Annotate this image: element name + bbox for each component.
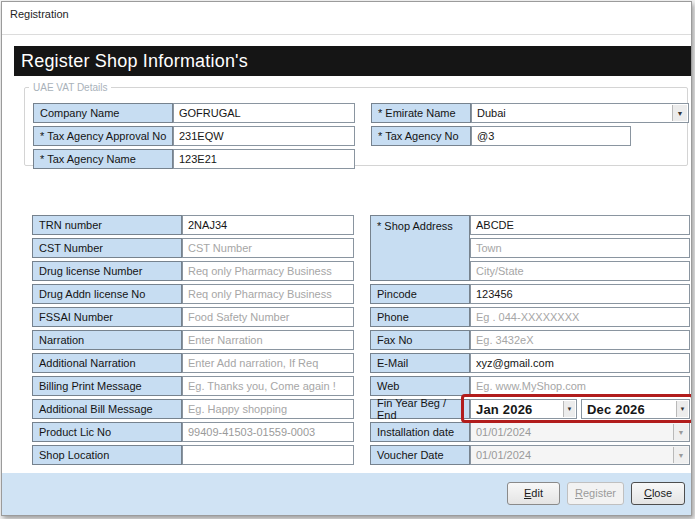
email-row: E-Mail [370,353,690,373]
tax-agency-name-label: * Tax Agency Name [33,149,173,169]
uae-vat-group-title: UAE VAT Details [29,82,111,93]
vat-left-column: Company Name * Tax Agency Approval No * … [33,103,355,172]
fssai-input[interactable] [182,307,354,327]
drug-addn-license-row: Drug Addn license No [32,284,354,304]
narration-input[interactable] [182,330,354,350]
cst-input[interactable] [182,238,354,258]
installation-date-select[interactable]: 01/01/2024 ▼ [470,422,690,442]
fin-year-begin-value: Jan 2026 [476,402,533,417]
chevron-down-icon[interactable]: ▼ [563,401,575,417]
edit-button[interactable]: Edit [507,482,560,505]
email-label: E-Mail [370,353,470,373]
additional-bill-message-label: Additional Bill Message [32,399,182,419]
shop-address-town-input[interactable] [470,238,690,258]
tax-agency-name-input[interactable] [173,149,355,169]
chevron-down-icon[interactable]: ▼ [673,424,688,440]
tax-agency-approval-label: * Tax Agency Approval No [33,126,173,146]
additional-narration-input[interactable] [182,353,354,373]
billing-print-message-input[interactable] [182,376,354,396]
chevron-down-icon[interactable]: ▼ [673,447,688,463]
chevron-down-icon[interactable]: ▼ [676,401,688,417]
window-titlebar: Registration [2,2,691,35]
billing-print-message-label: Billing Print Message [32,376,182,396]
fssai-label: FSSAI Number [32,307,182,327]
emirate-selected-value: Dubai [477,107,506,119]
fax-input[interactable] [470,330,690,350]
installation-date-row: Installation date 01/01/2024 ▼ [370,422,690,442]
shop-address-label: * Shop Address [370,215,470,281]
installation-date-value: 01/01/2024 [476,426,531,438]
pincode-row: Pincode [370,284,690,304]
register-button: Register [567,482,624,505]
voucher-date-value: 01/01/2024 [476,449,531,461]
drug-addn-license-input[interactable] [182,284,354,304]
fin-year-controls: Jan 2026 ▼ Dec 2026 ▼ [470,399,690,419]
shop-address-line1-input[interactable] [470,215,690,235]
tax-agency-no-input[interactable] [471,126,631,146]
phone-input[interactable] [470,307,690,327]
narration-row: Narration [32,330,354,350]
company-name-label: Company Name [33,103,173,123]
registration-window: Registration Register Shop Information's… [1,1,692,516]
pincode-input[interactable] [470,284,690,304]
billing-print-message-row: Billing Print Message [32,376,354,396]
shop-location-row: Shop Location [32,445,354,465]
cst-label: CST Number [32,238,182,258]
emirate-select[interactable]: Dubai ▼ [471,103,689,123]
narration-label: Narration [32,330,182,350]
fax-row: Fax No [370,330,690,350]
shop-address-inputs [470,215,690,281]
web-label: Web [370,376,470,396]
shop-location-input[interactable] [182,445,354,465]
web-row: Web [370,376,690,396]
voucher-date-select[interactable]: 01/01/2024 ▼ [470,445,690,465]
fin-year-label: Fin Year Beg / End [370,399,470,419]
product-lic-input[interactable] [182,422,354,442]
close-button[interactable]: Close [631,482,685,505]
voucher-date-row: Voucher Date 01/01/2024 ▼ [370,445,690,465]
additional-bill-message-row: Additional Bill Message [32,399,354,419]
shop-location-label: Shop Location [32,445,182,465]
trn-input[interactable] [182,215,354,235]
company-name-input[interactable] [173,103,355,123]
footer-bar: Edit Register Close [2,473,691,515]
form-right-column: * Shop Address Pincode Phone Fax No E-Ma… [370,215,690,468]
fin-year-row: Fin Year Beg / End Jan 2026 ▼ Dec 2026 ▼ [370,399,690,419]
drug-license-input[interactable] [182,261,354,281]
tax-agency-no-row: * Tax Agency No [371,126,689,146]
additional-narration-label: Additional Narration [32,353,182,373]
cst-row: CST Number [32,238,354,258]
fssai-row: FSSAI Number [32,307,354,327]
product-lic-row: Product Lic No [32,422,354,442]
fin-year-begin-select[interactable]: Jan 2026 ▼ [470,399,577,419]
page-header: Register Shop Information's [14,46,691,76]
phone-row: Phone [370,307,690,327]
chevron-down-icon[interactable]: ▼ [672,105,687,121]
trn-label: TRN number [32,215,182,235]
emirate-row: * Emirate Name Dubai ▼ [371,103,689,123]
tax-agency-approval-input[interactable] [173,126,355,146]
installation-date-label: Installation date [370,422,470,442]
product-lic-label: Product Lic No [32,422,182,442]
uae-vat-group: UAE VAT Details Company Name * Tax Agenc… [24,82,688,166]
additional-narration-row: Additional Narration [32,353,354,373]
additional-bill-message-input[interactable] [182,399,354,419]
window-title: Registration [10,8,69,20]
drug-license-label: Drug license Number [32,261,182,281]
fax-label: Fax No [370,330,470,350]
form-left-column: TRN number CST Number Drug license Numbe… [32,215,354,468]
shop-address-city-input[interactable] [470,261,690,281]
email-input[interactable] [470,353,690,373]
page-title: Register Shop Information's [21,51,248,71]
fin-year-end-value: Dec 2026 [587,402,645,417]
company-name-row: Company Name [33,103,355,123]
tax-agency-approval-row: * Tax Agency Approval No [33,126,355,146]
shop-address-row: * Shop Address [370,215,690,281]
voucher-date-label: Voucher Date [370,445,470,465]
web-input[interactable] [470,376,690,396]
emirate-label: * Emirate Name [371,103,471,123]
phone-label: Phone [370,307,470,327]
drug-addn-license-label: Drug Addn license No [32,284,182,304]
drug-license-row: Drug license Number [32,261,354,281]
fin-year-end-select[interactable]: Dec 2026 ▼ [581,399,690,419]
